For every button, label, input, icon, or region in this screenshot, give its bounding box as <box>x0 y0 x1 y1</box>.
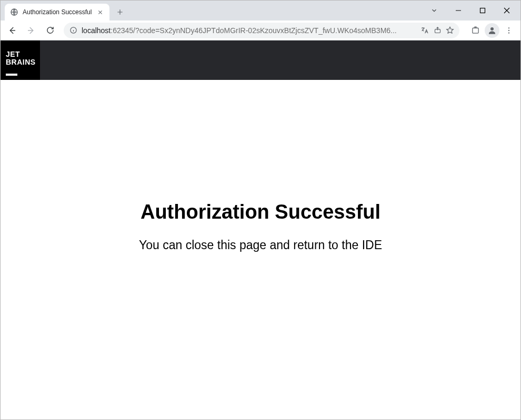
svg-rect-5 <box>475 27 476 28</box>
header-band: JET BRAINS <box>1 40 520 80</box>
url-text: localhost:62345/?code=Sx2ynNDy46JPTdoMGr… <box>82 26 416 35</box>
url-path: /?code=Sx2ynNDy46JPTdoMGrIR-02sKzouvxBtZ… <box>133 26 397 35</box>
window-minimize-button[interactable] <box>447 3 470 18</box>
tab-close-icon[interactable] <box>96 8 104 16</box>
extensions-icon[interactable] <box>467 22 484 39</box>
main-content: Authorization Successful You can close t… <box>1 80 520 419</box>
page-heading: Authorization Successful <box>141 201 380 223</box>
url-port: :62345 <box>111 26 133 35</box>
page-subtext: You can close this page and return to th… <box>139 238 382 252</box>
titlebar: Authorization Successful <box>1 1 520 21</box>
reload-button[interactable] <box>42 22 58 39</box>
window-close-button[interactable] <box>495 3 518 18</box>
address-bar[interactable]: localhost:62345/?code=Sx2ynNDy46JPTdoMGr… <box>64 23 459 38</box>
profile-avatar[interactable] <box>485 23 499 38</box>
new-tab-button[interactable] <box>113 5 127 19</box>
toolbar: localhost:62345/?code=Sx2ynNDy46JPTdoMGr… <box>1 21 520 40</box>
back-button[interactable] <box>4 22 21 39</box>
translate-icon[interactable] <box>420 26 429 35</box>
share-icon[interactable] <box>433 26 442 35</box>
logo-text-line1: JET <box>6 50 35 58</box>
svg-point-7 <box>508 27 509 28</box>
svg-point-8 <box>508 29 509 30</box>
svg-rect-1 <box>480 8 485 13</box>
svg-rect-4 <box>472 28 478 33</box>
tab-strip: Authorization Successful <box>1 1 423 21</box>
chevron-down-icon[interactable] <box>423 3 446 18</box>
window-controls <box>423 1 520 21</box>
globe-icon <box>10 8 18 16</box>
toolbar-right <box>467 22 517 39</box>
window-maximize-button[interactable] <box>471 3 494 18</box>
tab-title: Authorization Successful <box>23 8 92 16</box>
forward-button[interactable] <box>23 22 39 39</box>
menu-icon[interactable] <box>500 22 517 39</box>
logo-bar <box>6 74 17 76</box>
jetbrains-logo[interactable]: JET BRAINS <box>1 40 40 80</box>
browser-tab[interactable]: Authorization Successful <box>5 4 109 21</box>
bookmark-icon[interactable] <box>446 26 454 35</box>
url-host: localhost <box>82 26 111 35</box>
logo-text-line2: BRAINS <box>6 58 35 66</box>
svg-point-6 <box>490 27 494 30</box>
page-content: JET BRAINS Authorization Successful You … <box>1 40 520 419</box>
site-info-icon[interactable] <box>69 26 77 35</box>
browser-window: Authorization Successful <box>0 0 521 420</box>
svg-point-9 <box>508 32 509 33</box>
